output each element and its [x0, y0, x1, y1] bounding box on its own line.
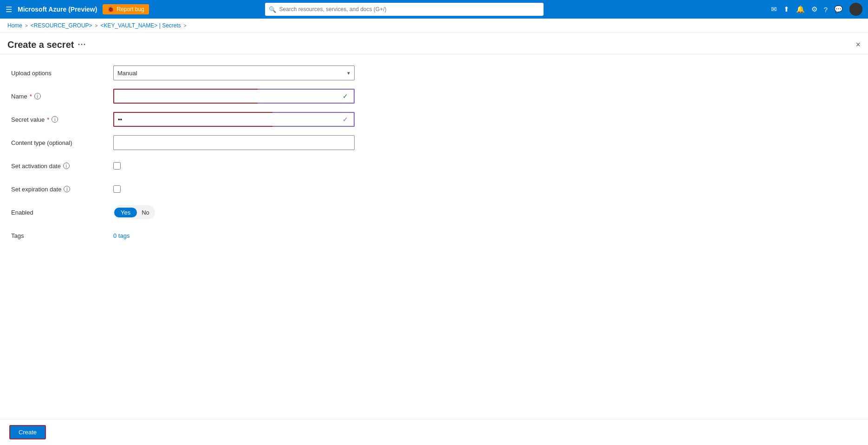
close-button[interactable]: × [855, 40, 861, 50]
name-row: Name * i <ACCESS_KEY_VALUE> ✓ [11, 89, 407, 104]
enabled-control: Yes No [113, 205, 407, 219]
expiration-date-row: Set expiration date i [11, 182, 407, 196]
expiration-date-label: Set expiration date i [11, 186, 113, 193]
name-check-icon: ✓ [343, 92, 351, 100]
enabled-yes-button[interactable]: Yes [114, 208, 137, 217]
content-type-label: Content type (optional) [11, 139, 113, 146]
upload-options-row: Upload options Manual Certificate ▼ [11, 65, 407, 80]
tags-link[interactable]: 0 tags [113, 232, 130, 239]
upload-options-control: Manual Certificate ▼ [113, 65, 407, 80]
enabled-row: Enabled Yes No [11, 205, 407, 220]
name-required-star: * [30, 93, 32, 100]
search-bar: 🔍 [265, 3, 544, 16]
avatar[interactable] [849, 3, 862, 16]
hamburger-icon[interactable]: ☰ [6, 5, 12, 14]
upload-options-label: Upload options [11, 70, 113, 77]
expiration-date-checkbox[interactable] [113, 185, 121, 193]
name-input-right: ✓ [258, 89, 355, 104]
activation-info-icon[interactable]: i [63, 163, 70, 169]
breadcrumb-sep-2: > [95, 23, 98, 28]
name-field-wrapper: <ACCESS_KEY_VALUE> ✓ [113, 89, 355, 104]
page-title: Create a secret [7, 39, 74, 50]
form-container: Upload options Manual Certificate ▼ Name… [0, 54, 418, 262]
upload-options-select-wrapper: Manual Certificate ▼ [113, 65, 355, 80]
breadcrumb-home[interactable]: Home [7, 22, 22, 29]
secret-input[interactable] [118, 116, 269, 123]
upload-icon[interactable]: ⬆ [784, 5, 790, 13]
bell-icon[interactable]: 🔔 [796, 5, 805, 13]
email-icon[interactable]: ✉ [771, 5, 777, 13]
content-type-row: Content type (optional) [11, 135, 407, 150]
name-label: Name * i [11, 93, 113, 100]
topbar: ☰ Microsoft Azure (Preview) 🐞 Report bug… [0, 0, 868, 19]
page-footer: Create [0, 419, 868, 444]
app-title: Microsoft Azure (Preview) [18, 6, 97, 13]
create-button[interactable]: Create [9, 425, 46, 439]
content-type-input[interactable] [113, 135, 355, 150]
tags-row: Tags 0 tags [11, 228, 407, 243]
secret-required-star: * [47, 116, 49, 123]
page-header: Create a secret ··· × [0, 33, 868, 54]
breadcrumb-key-vault[interactable]: <KEY_VAULT_NAME> | Secrets [100, 22, 181, 29]
gear-icon[interactable]: ⚙ [811, 5, 817, 13]
report-bug-button[interactable]: 🐞 Report bug [103, 4, 149, 14]
page-header-left: Create a secret ··· [7, 39, 86, 50]
question-icon[interactable]: ? [824, 6, 828, 13]
secret-value-row: Secret value * i ✓ [11, 112, 407, 127]
tags-label: Tags [11, 232, 113, 239]
activation-date-checkbox[interactable] [113, 162, 121, 170]
secret-info-icon[interactable]: i [52, 116, 58, 123]
expiration-info-icon[interactable]: i [64, 186, 70, 192]
tags-control: 0 tags [113, 232, 407, 239]
enabled-label: Enabled [11, 209, 113, 216]
content-type-control [113, 135, 407, 150]
breadcrumb-resource-group[interactable]: <RESOURCE_GROUP> [31, 22, 92, 29]
page-content: Create a secret ··· × Upload options Man… [0, 33, 868, 444]
name-control: <ACCESS_KEY_VALUE> ✓ [113, 89, 407, 104]
breadcrumb-sep-3: > [184, 23, 187, 28]
enabled-toggle: Yes No [113, 205, 155, 219]
secret-input-right: ✓ [272, 112, 355, 127]
search-input[interactable] [265, 3, 544, 16]
activation-date-row: Set activation date i [11, 158, 407, 173]
upload-options-select[interactable]: Manual Certificate [113, 65, 355, 80]
name-input-left: <ACCESS_KEY_VALUE> [113, 89, 258, 104]
enabled-no-button[interactable]: No [137, 208, 154, 217]
secret-value-label: Secret value * i [11, 116, 113, 123]
secret-input-left [113, 112, 272, 127]
breadcrumb: Home > <RESOURCE_GROUP> > <KEY_VAULT_NAM… [0, 19, 868, 33]
bug-icon: 🐞 [107, 6, 114, 13]
secret-value-control: ✓ [113, 112, 407, 127]
more-options-icon[interactable]: ··· [78, 40, 86, 50]
secret-value-wrapper: ✓ [113, 112, 355, 127]
name-info-icon[interactable]: i [34, 93, 41, 99]
topbar-icons: ✉ ⬆ 🔔 ⚙ ? 💬 [771, 3, 862, 16]
activation-date-label: Set activation date i [11, 163, 113, 170]
report-bug-label: Report bug [117, 6, 144, 13]
search-icon: 🔍 [269, 6, 276, 13]
expiration-date-control [113, 185, 407, 193]
name-input[interactable]: <ACCESS_KEY_VALUE> [118, 93, 254, 100]
activation-date-control [113, 162, 407, 170]
breadcrumb-sep-1: > [25, 23, 28, 28]
feedback-icon[interactable]: 💬 [834, 5, 843, 13]
secret-check-icon: ✓ [343, 116, 351, 123]
